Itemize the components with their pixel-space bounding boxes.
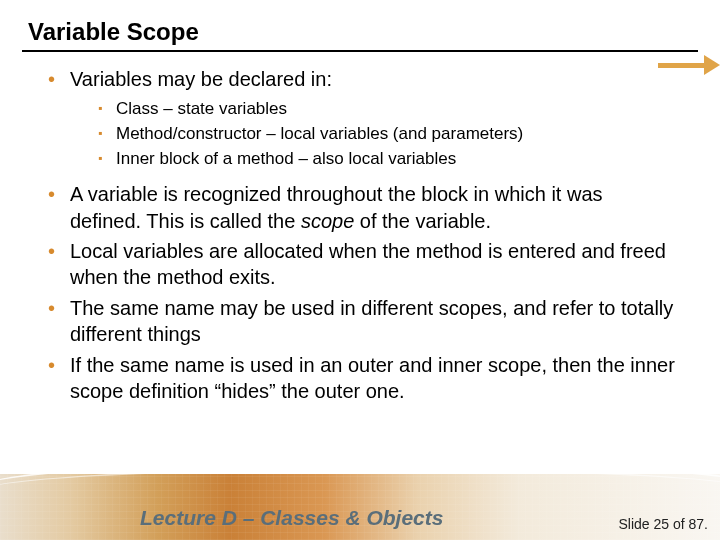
footer-lecture-title: Lecture D – Classes & Objects <box>140 506 443 530</box>
bullet-text: The same name may be used in different s… <box>70 297 673 345</box>
arrow-right-icon <box>704 55 720 75</box>
list-item: If the same name is used in an outer and… <box>48 352 678 405</box>
sub-list: Class – state variables Method/construct… <box>70 98 678 171</box>
content-area: Variables may be declared in: Class – st… <box>0 52 720 404</box>
sub-bullet-text: Inner block of a method – also local var… <box>116 149 456 168</box>
page-title: Variable Scope <box>0 0 720 50</box>
list-item: Variables may be declared in: Class – st… <box>48 66 678 171</box>
list-item: The same name may be used in different s… <box>48 295 678 348</box>
sub-bullet-text: Method/constructor – local variables (an… <box>116 124 523 143</box>
bullet-list: Variables may be declared in: Class – st… <box>48 66 678 404</box>
bullet-text: A variable is recognized throughout the … <box>70 183 603 231</box>
bullet-text: If the same name is used in an outer and… <box>70 354 675 402</box>
bullet-text: Local variables are allocated when the m… <box>70 240 666 288</box>
slide: Variable Scope Variables may be declared… <box>0 0 720 540</box>
list-item: Class – state variables <box>98 98 678 121</box>
bullet-text: Variables may be declared in: <box>70 68 332 90</box>
list-item: Inner block of a method – also local var… <box>98 148 678 171</box>
list-item: A variable is recognized throughout the … <box>48 181 678 234</box>
footer: Lecture D – Classes & Objects Slide 25 o… <box>0 474 720 540</box>
list-item: Local variables are allocated when the m… <box>48 238 678 291</box>
list-item: Method/constructor – local variables (an… <box>98 123 678 146</box>
sub-bullet-text: Class – state variables <box>116 99 287 118</box>
slide-number: Slide 25 of 87. <box>618 516 708 532</box>
